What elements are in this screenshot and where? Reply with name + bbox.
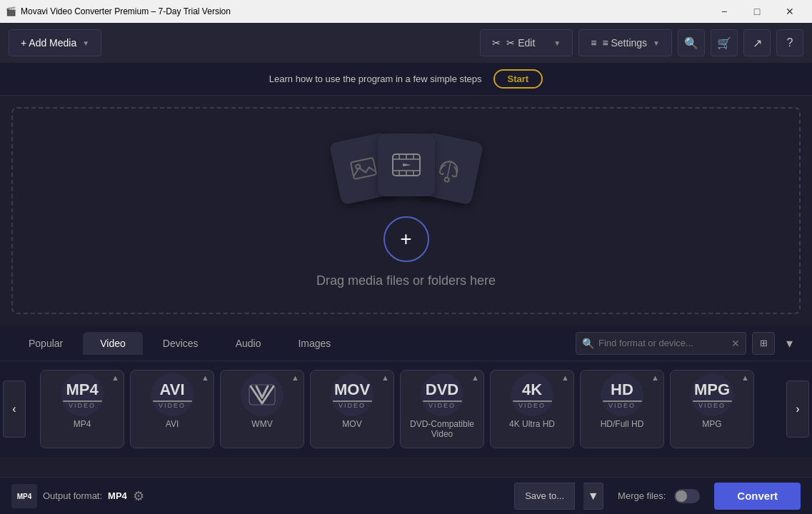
- plus-icon: +: [400, 229, 411, 249]
- tab-images[interactable]: Images: [281, 332, 348, 355]
- tab-devices[interactable]: Devices: [146, 332, 216, 355]
- format-search-box: 🔍 ✕: [576, 332, 746, 355]
- preset-mp4-name: MP4: [74, 416, 91, 433]
- settings-button[interactable]: ≡ ≡ Settings ▼: [578, 29, 672, 56]
- bottom-bar: MP4 Output format: MP4 ⚙ Save to... ▼ Me…: [0, 477, 812, 514]
- dvd-sub: VIDEO: [428, 402, 456, 409]
- preset-hd[interactable]: ▲ HD VIDEO HD/Full HD: [580, 370, 664, 448]
- 4k-label: 4K: [522, 381, 542, 399]
- svg-text:MP4: MP4: [17, 493, 32, 500]
- mpg-sub: VIDEO: [698, 402, 726, 409]
- hd-logo: HD VIDEO: [601, 373, 643, 416]
- preset-avi[interactable]: ▲ AVI VIDEO AVI: [130, 370, 214, 448]
- 4k-sub: VIDEO: [518, 402, 546, 409]
- close-button[interactable]: ✕: [773, 0, 806, 23]
- preset-expand-icon: ▲: [201, 373, 209, 382]
- preset-hd-name: HD/Full HD: [601, 416, 644, 433]
- help-icon: ?: [787, 36, 793, 49]
- mp4-logo: MP4 VIDEO: [61, 373, 104, 416]
- output-format-section: MP4 Output format: MP4 ⚙: [11, 484, 144, 508]
- format-tabs-bar: Popular Video Devices Audio Images 🔍 ✕ ⊞…: [0, 326, 812, 361]
- format-search-input[interactable]: [598, 338, 727, 348]
- add-media-dropdown-icon: ▼: [82, 39, 89, 47]
- help-button[interactable]: ?: [776, 29, 803, 56]
- format-search-icon: 🔍: [582, 338, 594, 349]
- settings-icon: ≡: [591, 37, 596, 49]
- settings-dropdown-icon: ▼: [653, 39, 660, 47]
- preset-expand-icon: ▲: [561, 373, 569, 382]
- add-media-label: + Add Media: [21, 37, 76, 49]
- cart-button[interactable]: 🛒: [711, 29, 738, 56]
- start-button[interactable]: Start: [493, 69, 543, 89]
- presets-container: ‹ ▲ MP4 VIDEO MP4 ▲ AVI VIDEO AVI ▲: [0, 361, 812, 457]
- tab-audio[interactable]: Audio: [219, 332, 279, 355]
- svg-point-12: [444, 177, 449, 182]
- convert-button[interactable]: Convert: [714, 483, 801, 510]
- add-files-button[interactable]: +: [384, 216, 429, 262]
- save-to-dropdown-button[interactable]: ▼: [583, 483, 603, 510]
- search-button[interactable]: 🔍: [678, 29, 705, 56]
- presets-next-button[interactable]: ›: [786, 381, 809, 438]
- avi-logo: AVI VIDEO: [151, 373, 194, 416]
- mov-sub: VIDEO: [339, 402, 366, 409]
- preset-mov[interactable]: ▲ MOV VIDEO MOV: [310, 370, 394, 448]
- preset-expand-icon: ▲: [111, 373, 119, 382]
- mp4-sub: VIDEO: [69, 402, 96, 409]
- search-icon: 🔍: [684, 36, 698, 50]
- edit-icon: ✂: [492, 37, 501, 49]
- titlebar-controls: − □ ✕: [708, 0, 806, 23]
- preset-dvd-name: DVD-Compatible Video: [401, 416, 483, 443]
- avi-sub: VIDEO: [159, 402, 186, 409]
- 4k-logo: 4K VIDEO: [511, 373, 553, 416]
- gear-icon: ⚙: [133, 489, 144, 503]
- settings-label: ≡ Settings: [602, 37, 647, 49]
- edit-button[interactable]: ✂ ✂ Edit ▼: [480, 29, 573, 56]
- chevron-left-icon: ‹: [12, 403, 16, 415]
- preset-dvd[interactable]: ▲ DVD VIDEO DVD-Compatible Video: [400, 370, 484, 448]
- add-media-button[interactable]: + Add Media ▼: [9, 29, 101, 56]
- merge-files-toggle[interactable]: [674, 489, 700, 503]
- save-to-button[interactable]: Save to...: [514, 483, 575, 510]
- preset-4k[interactable]: ▲ 4K VIDEO 4K Ultra HD: [490, 370, 574, 448]
- wmv-logo: [241, 373, 284, 416]
- output-format-label: Output format:: [43, 490, 102, 501]
- edit-dropdown-icon: ▼: [553, 39, 561, 47]
- cart-icon: 🛒: [717, 36, 731, 50]
- preset-wmv-name: WMV: [251, 416, 272, 433]
- tab-video[interactable]: Video: [83, 332, 143, 355]
- preset-avi-name: AVI: [166, 416, 179, 433]
- mpg-label: MPG: [694, 381, 730, 399]
- preset-expand-icon: ▲: [741, 373, 749, 382]
- chevron-right-icon: ›: [796, 403, 799, 415]
- preset-mpg[interactable]: ▲ MPG VIDEO MPG: [670, 370, 754, 448]
- video-card-icon: [378, 133, 435, 196]
- maximize-button[interactable]: □: [741, 0, 773, 23]
- tab-popular[interactable]: Popular: [11, 332, 80, 355]
- dropzone[interactable]: + Drag media files or folders here: [11, 107, 801, 314]
- preset-expand-icon: ▲: [381, 373, 389, 382]
- save-to-dropdown-icon: ▼: [588, 490, 599, 503]
- preset-wmv[interactable]: ▲ WMV: [220, 370, 304, 448]
- format-search-clear-icon[interactable]: ✕: [731, 338, 740, 349]
- drop-zone-text: Drag media files or folders here: [316, 273, 496, 288]
- preset-expand-icon: ▲: [471, 373, 479, 382]
- preset-expand-icon: ▲: [291, 373, 299, 382]
- expand-panel-button[interactable]: ▾: [778, 332, 801, 355]
- presets-scroll-area: ▲ MP4 VIDEO MP4 ▲ AVI VIDEO AVI ▲: [29, 367, 783, 451]
- hd-sub: VIDEO: [608, 402, 636, 409]
- mp4-label: MP4: [66, 381, 98, 399]
- format-icon-badge: MP4: [11, 484, 37, 508]
- output-settings-button[interactable]: ⚙: [133, 488, 144, 504]
- minimize-button[interactable]: −: [708, 0, 741, 23]
- share-button[interactable]: ↗: [743, 29, 771, 56]
- media-icons: [328, 133, 485, 205]
- mov-logo: MOV VIDEO: [331, 373, 374, 416]
- share-icon: ↗: [753, 36, 762, 50]
- avi-label: AVI: [159, 381, 184, 399]
- edit-label: ✂ Edit: [506, 37, 535, 49]
- preset-mp4[interactable]: ▲ MP4 VIDEO MP4: [40, 370, 124, 448]
- view-toggle-button[interactable]: ⊞: [752, 332, 775, 355]
- presets-prev-button[interactable]: ‹: [3, 381, 26, 438]
- app-title: Movavi Video Converter Premium – 7-Day T…: [21, 6, 231, 16]
- main-toolbar: + Add Media ▼ ✂ ✂ Edit ▼ ≡ ≡ Settings ▼ …: [0, 23, 812, 63]
